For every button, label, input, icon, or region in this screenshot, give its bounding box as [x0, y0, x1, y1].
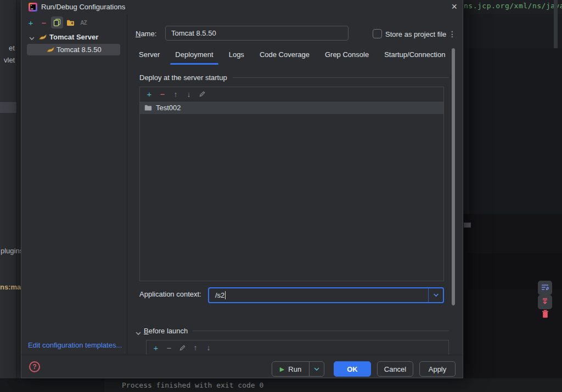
tomcat-icon [39, 33, 47, 42]
store-as-project-file-label: Store as project file [385, 30, 446, 38]
intellij-logo-icon [29, 3, 37, 13]
run-options-chevron-down-icon[interactable] [309, 362, 324, 376]
deployment-toolbar: + − ↑ ↓ [140, 87, 443, 101]
edit-deployment-icon[interactable] [196, 88, 208, 100]
apply-button[interactable]: Apply [419, 361, 456, 377]
background-code-text: ns.jcp.org/xml/ns/javae [464, 2, 562, 10]
dialog-footer: ? ▶ Run OK Cancel Apply [21, 355, 463, 378]
add-configuration-icon[interactable]: + [25, 16, 37, 29]
help-button[interactable]: ? [29, 361, 40, 372]
ok-button[interactable]: OK [334, 361, 371, 377]
kebab-menu-icon[interactable]: ⋮ [448, 30, 456, 38]
editor-area [469, 48, 562, 214]
deployment-item-label: Test002 [156, 104, 181, 112]
move-up-icon[interactable]: ↑ [170, 88, 182, 100]
tab-logs[interactable]: Logs [229, 50, 244, 64]
remove-configuration-icon[interactable]: − [38, 16, 50, 29]
application-context-label: Application context: [139, 290, 201, 298]
soft-wrap-icon [541, 283, 549, 293]
run-split-button[interactable]: ▶ Run [272, 361, 324, 377]
tomcat-icon [47, 47, 55, 53]
before-launch-chevron-down-icon[interactable] [136, 329, 141, 337]
configuration-tabs: Server Deployment Logs Code Coverage Gre… [139, 50, 445, 64]
trash-icon [541, 312, 549, 320]
deployment-list-panel: + − ↑ ↓ Test002 [139, 87, 444, 281]
sort-configurations-icon[interactable]: AZ [77, 16, 89, 29]
clear-console-button[interactable] [541, 309, 549, 320]
dialog-titlebar: Run/Debug Configurations × [21, 0, 463, 14]
copy-configuration-icon[interactable] [51, 16, 63, 29]
edit-task-icon[interactable] [176, 342, 188, 354]
console-gutter [0, 378, 104, 392]
before-launch-title: Before launch [144, 327, 188, 335]
scroll-to-end-button[interactable] [538, 295, 552, 309]
tree-group-tomcat-server[interactable]: Tomcat Server [49, 33, 98, 41]
edit-configuration-templates-link[interactable]: Edit configuration templates... [28, 341, 122, 349]
scroll-to-end-icon [541, 297, 549, 308]
chevron-down-icon[interactable] [29, 34, 35, 42]
name-input[interactable] [165, 26, 349, 41]
name-label: Name: [136, 30, 156, 38]
combobox-chevron-down-icon[interactable] [428, 288, 443, 302]
editor-scrollbar[interactable] [554, 0, 558, 48]
run-button[interactable]: ▶ Run [272, 365, 309, 373]
help-icon: ? [32, 363, 36, 371]
move-down-icon[interactable]: ↓ [183, 88, 195, 100]
before-launch-rule [193, 331, 449, 331]
deploy-section-rule [233, 77, 449, 78]
text-caret [225, 291, 226, 299]
sidebar-content-divider [127, 14, 127, 355]
left-panel-divider [16, 0, 17, 378]
tab-code-coverage[interactable]: Code Coverage [260, 50, 310, 64]
tree-item-label: Tomcat 8.5.50 [57, 46, 102, 54]
background-text-fragment: vlet [4, 56, 15, 64]
move-task-down-icon[interactable]: ↓ [203, 342, 215, 354]
soft-wrap-button[interactable] [538, 281, 552, 295]
editor-header-area [469, 14, 562, 48]
dialog-scrollbar-thumb[interactable] [452, 48, 455, 305]
run-debug-configurations-dialog: Run/Debug Configurations × + − AZ [21, 0, 463, 378]
editor-scrollbar-mark [464, 223, 471, 228]
background-text-fragment: plugins [1, 247, 23, 255]
remove-task-icon[interactable]: − [163, 342, 175, 354]
deployment-item-test002[interactable]: Test002 [140, 101, 443, 114]
application-context-value: /s2 [209, 291, 224, 299]
background-text-fragment: ns:ma [0, 283, 21, 291]
cancel-button[interactable]: Cancel [377, 361, 413, 377]
close-icon[interactable]: × [451, 1, 457, 13]
new-folder-icon[interactable] [64, 16, 76, 29]
console-output-text: Process finished with exit code 0 [122, 381, 263, 389]
add-deployment-icon[interactable]: + [143, 88, 155, 100]
dialog-title: Run/Debug Configurations [41, 3, 125, 11]
before-launch-toolbar: + − ↑ ↓ [146, 340, 449, 355]
run-button-label: Run [288, 365, 301, 373]
tab-startup-connection[interactable]: Startup/Connection [384, 50, 445, 64]
tab-grep-console[interactable]: Grep Console [325, 50, 369, 64]
deploy-section-title: Deploy at the server startup [139, 73, 227, 82]
background-text-fragment: et [9, 44, 15, 52]
store-as-project-file-checkbox[interactable] [373, 29, 382, 38]
ide-screen: ns.jcp.org/xml/ns/javae et vlet plugins … [0, 0, 562, 392]
add-task-icon[interactable]: + [150, 342, 162, 354]
remove-deployment-icon[interactable]: − [156, 88, 168, 100]
sidebar-toolbar: + − AZ [25, 16, 89, 29]
tab-server[interactable]: Server [139, 50, 160, 64]
folder-icon [144, 105, 152, 111]
play-icon: ▶ [280, 366, 284, 373]
background-tree-selection [0, 102, 16, 113]
application-context-combobox[interactable]: /s2 [208, 287, 444, 303]
move-task-up-icon[interactable]: ↑ [189, 342, 201, 354]
tab-deployment[interactable]: Deployment [175, 50, 213, 64]
tree-item-tomcat-8-5-50[interactable]: Tomcat 8.5.50 [27, 44, 120, 55]
